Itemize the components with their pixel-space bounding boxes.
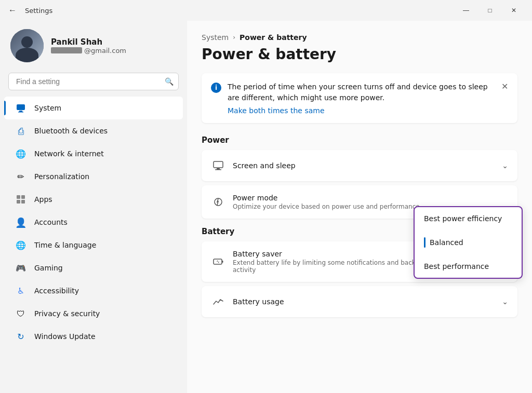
info-banner: i The period of time when your screen tu… (202, 73, 517, 123)
screen-sleep-row[interactable]: Screen and sleep ⌄ (202, 150, 517, 181)
svg-rect-3 (17, 195, 20, 199)
apps-icon (15, 193, 27, 206)
battery-saver-icon (211, 254, 225, 269)
sidebar-item-label: Personalization (34, 172, 89, 181)
avatar-image (10, 29, 44, 62)
power-section-header: Power (202, 135, 517, 145)
sidebar-item-label: System (34, 104, 61, 112)
sidebar-item-privacy[interactable]: 🛡 Privacy & security (4, 302, 183, 325)
privacy-icon: 🛡 (15, 307, 27, 320)
avatar (10, 29, 44, 62)
sidebar: Pankil Shah @gmail.com 🔍 (0, 21, 187, 393)
sidebar-item-label: Windows Update (34, 332, 96, 341)
dropdown-item-efficiency[interactable]: Best power efficiency (415, 207, 522, 230)
svg-rect-7 (214, 161, 223, 168)
power-mode-info: Power mode Optimize your device based on… (233, 194, 420, 210)
svg-rect-6 (21, 200, 25, 204)
email-redacted (51, 47, 82, 53)
svg-rect-9 (215, 169, 221, 170)
breadcrumb-parent: System (202, 33, 229, 42)
dropdown-label: Balanced (430, 238, 463, 247)
user-profile: Pankil Shah @gmail.com (0, 21, 187, 73)
sidebar-item-update[interactable]: ↻ Windows Update (4, 325, 183, 348)
user-info: Pankil Shah @gmail.com (51, 37, 177, 55)
search-input[interactable] (8, 73, 179, 90)
sidebar-item-personalization[interactable]: ✏ Personalization (4, 165, 183, 188)
breadcrumb: System › Power & battery (202, 33, 517, 42)
sidebar-item-accounts[interactable]: 👤 Accounts (4, 211, 183, 234)
sidebar-item-label: Gaming (34, 264, 63, 272)
sidebar-item-time[interactable]: 🌐 Time & language (4, 234, 183, 256)
info-text: The period of time when your screen turn… (228, 82, 495, 115)
sidebar-item-label: Time & language (34, 241, 96, 249)
gaming-icon: 🎮 (15, 262, 27, 274)
svg-rect-0 (17, 104, 25, 110)
sidebar-item-accessibility[interactable]: ♿ Accessibility (4, 279, 183, 302)
page-title: Power & battery (202, 46, 517, 63)
svg-rect-12 (222, 261, 223, 263)
sidebar-item-label: Bluetooth & devices (34, 127, 108, 135)
power-mode-icon (211, 195, 225, 209)
info-message: The period of time when your screen turn… (228, 82, 495, 103)
user-name: Pankil Shah (51, 37, 177, 47)
selected-indicator (424, 237, 425, 248)
power-mode-dropdown: Best power efficiency Balanced Best perf… (414, 206, 523, 279)
update-icon: ↻ (15, 330, 27, 343)
dropdown-label: Best power efficiency (424, 214, 502, 223)
title-bar: ← Settings — □ ✕ (0, 0, 532, 21)
battery-usage-label: Battery usage (233, 297, 284, 306)
dropdown-item-balanced[interactable]: Balanced (415, 230, 522, 255)
close-button[interactable]: ✕ (502, 2, 526, 19)
battery-usage-row[interactable]: Battery usage ⌄ (202, 286, 517, 317)
sidebar-item-label: Apps (34, 195, 52, 204)
app-title: Settings (25, 7, 52, 15)
screen-sleep-card: Screen and sleep ⌄ (202, 150, 517, 181)
svg-rect-8 (217, 168, 220, 169)
window-controls: — □ ✕ (454, 2, 526, 19)
info-link[interactable]: Make both times the same (228, 106, 495, 115)
time-icon: 🌐 (15, 239, 27, 251)
personalization-icon: ✏ (15, 170, 27, 183)
content-area: System › Power & battery Power & battery… (187, 21, 532, 393)
battery-usage-card: Battery usage ⌄ (202, 286, 517, 317)
network-icon: 🌐 (15, 147, 27, 160)
sidebar-item-gaming[interactable]: 🎮 Gaming (4, 256, 183, 279)
battery-usage-right: ⌄ (502, 297, 508, 306)
sidebar-item-label: Network & internet (34, 150, 104, 158)
minimize-button[interactable]: — (454, 2, 478, 19)
screen-sleep-icon (211, 158, 225, 173)
accessibility-icon: ♿ (15, 284, 27, 297)
accounts-icon: 👤 (15, 216, 27, 228)
sidebar-item-network[interactable]: 🌐 Network & internet (4, 142, 183, 165)
power-mode-card: Power mode Optimize your device based on… (202, 185, 517, 219)
dropdown-label: Best performance (424, 262, 489, 270)
breadcrumb-chevron: › (233, 34, 235, 41)
screen-sleep-label: Screen and sleep (233, 161, 296, 170)
back-button[interactable]: ← (6, 4, 19, 17)
svg-rect-5 (17, 200, 20, 204)
system-icon (15, 102, 27, 114)
app-body: Pankil Shah @gmail.com 🔍 (0, 21, 532, 393)
svg-rect-4 (21, 195, 25, 199)
sidebar-item-apps[interactable]: Apps (4, 188, 183, 211)
battery-usage-chevron: ⌄ (502, 297, 508, 306)
screen-sleep-right: ⌄ (502, 161, 508, 170)
battery-usage-icon (211, 294, 225, 309)
sidebar-item-bluetooth[interactable]: ⎙ Bluetooth & devices (4, 119, 183, 142)
info-icon: i (211, 83, 221, 93)
sidebar-item-label: Accounts (34, 218, 68, 226)
svg-rect-1 (19, 111, 22, 112)
screen-sleep-chevron: ⌄ (502, 161, 508, 170)
info-banner-close[interactable]: ✕ (501, 82, 508, 91)
power-mode-row[interactable]: Power mode Optimize your device based on… (202, 185, 517, 219)
maximize-button[interactable]: □ (478, 2, 502, 19)
search-box: 🔍 (8, 73, 179, 90)
sidebar-item-system[interactable]: System (4, 97, 183, 119)
email-domain: @gmail.com (84, 47, 126, 55)
sidebar-item-label: Privacy & security (34, 309, 100, 318)
sidebar-item-label: Accessibility (34, 287, 79, 295)
sidebar-nav: System ⎙ Bluetooth & devices 🌐 Network &… (0, 97, 187, 348)
svg-rect-2 (18, 112, 23, 113)
dropdown-item-performance[interactable]: Best performance (415, 255, 522, 278)
battery-saver-info: Battery saver Extend battery life by lim… (233, 250, 438, 274)
